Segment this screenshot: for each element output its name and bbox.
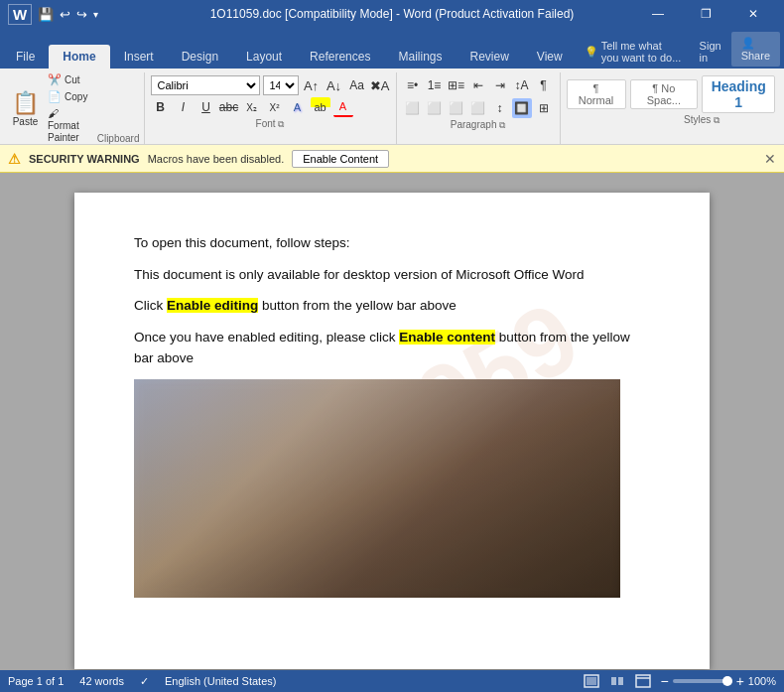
zoom-slider[interactable]	[673, 679, 732, 683]
font-group-label: Font ⧉	[151, 118, 390, 130]
svg-rect-2	[587, 677, 596, 685]
paragraph-1: To open this document, follow steps:	[134, 232, 650, 254]
sort-button[interactable]: ↕A	[512, 75, 532, 95]
zoom-thumb	[722, 676, 732, 686]
share-icon: 👤	[741, 37, 755, 49]
shrink-font-button[interactable]: A↓	[325, 75, 344, 95]
font-color-button[interactable]: A	[333, 97, 353, 117]
spell-check-icon[interactable]: ✓	[140, 675, 149, 688]
svg-rect-0	[134, 379, 620, 598]
tab-view[interactable]: View	[523, 45, 577, 69]
security-label: SECURITY WARNING	[29, 153, 140, 165]
undo-icon[interactable]: ↩	[60, 7, 70, 22]
underline-button[interactable]: U	[196, 97, 216, 117]
show-marks-button[interactable]: ¶	[534, 75, 554, 95]
format-painter-button[interactable]: 🖌 Format Painter	[45, 106, 95, 144]
tab-file[interactable]: File	[2, 45, 49, 69]
document-page: 1O11059 To open this document, follow st…	[74, 193, 710, 669]
dropdown-arrow[interactable]: ▾	[93, 9, 98, 20]
copy-button[interactable]: 📄 Copy	[45, 89, 95, 104]
minimize-button[interactable]: —	[635, 0, 681, 28]
superscript-button[interactable]: X²	[265, 97, 285, 117]
change-case-button[interactable]: Aa	[347, 75, 367, 95]
security-text: Macros have been disabled.	[148, 153, 285, 165]
cut-button[interactable]: ✂️ Cut	[45, 72, 95, 87]
read-view-icon	[609, 674, 625, 688]
tab-layout[interactable]: Layout	[232, 45, 296, 69]
grow-font-button[interactable]: A↑	[302, 75, 322, 95]
style-heading1[interactable]: Heading 1	[702, 75, 775, 113]
zoom-in-button[interactable]: +	[736, 673, 744, 689]
justify-button[interactable]: ⬜	[468, 98, 488, 118]
close-button[interactable]: ✕	[730, 0, 776, 28]
text-effects-button[interactable]: A	[288, 97, 308, 117]
enable-content-button[interactable]: Enable Content	[292, 150, 389, 168]
align-left-button[interactable]: ⬜	[403, 98, 423, 118]
save-icon[interactable]: 💾	[38, 7, 54, 22]
clipboard-group: 📋 Paste ✂️ Cut 📄 Copy 🖌 Format Painter C…	[4, 72, 145, 144]
lightbulb-icon: 💡	[585, 46, 598, 59]
sign-in-button[interactable]: Sign in	[690, 35, 731, 69]
warning-icon: ⚠	[8, 151, 21, 167]
line-spacing-button[interactable]: ↕	[490, 98, 510, 118]
styles-group: ¶ Normal ¶ No Spac... Heading 1 ▲ ▼ ⊞ St…	[561, 72, 785, 144]
align-center-button[interactable]: ⬜	[425, 98, 445, 118]
tab-design[interactable]: Design	[168, 45, 232, 69]
restore-button[interactable]: ❐	[683, 0, 728, 28]
text-highlight-button[interactable]: ab	[311, 97, 330, 117]
paragraph-3-before: Click	[134, 298, 167, 313]
style-no-spacing[interactable]: ¶ No Spac...	[630, 79, 699, 109]
subscript-button[interactable]: X₂	[242, 97, 262, 117]
zoom-bar: − + 100%	[660, 673, 776, 689]
align-right-button[interactable]: ⬜	[447, 98, 466, 118]
word-icon: W	[8, 4, 32, 25]
redo-icon[interactable]: ↪	[76, 7, 87, 22]
tell-me-box[interactable]: 💡 Tell me what you want to do...	[577, 35, 690, 69]
decrease-indent-button[interactable]: ⇤	[468, 75, 488, 95]
title-bar: W 💾 ↩ ↪ ▾ 1O11059.doc [Compatibility Mod…	[0, 0, 784, 28]
borders-button[interactable]: ⊞	[534, 98, 554, 118]
svg-rect-3	[636, 675, 650, 687]
multilevel-button[interactable]: ⊞≡	[447, 75, 466, 95]
share-label: Share	[741, 50, 770, 62]
paste-button[interactable]: 📋 Paste	[8, 72, 43, 144]
font-size-select[interactable]: 14	[263, 75, 299, 95]
style-normal[interactable]: ¶ Normal	[567, 79, 626, 109]
increase-indent-button[interactable]: ⇥	[490, 75, 510, 95]
font-name-select[interactable]: Calibri	[151, 75, 260, 95]
italic-button[interactable]: I	[174, 97, 194, 117]
title-bar-left: W 💾 ↩ ↪ ▾	[8, 4, 98, 25]
strikethrough-button[interactable]: abc	[219, 97, 239, 117]
status-bar-right: − + 100%	[583, 672, 776, 690]
language: English (United States)	[165, 675, 277, 687]
styles-scroll-up[interactable]: ▲	[779, 84, 784, 104]
web-view-icon	[635, 674, 651, 688]
security-close-button[interactable]: ✕	[764, 151, 776, 167]
tab-references[interactable]: References	[296, 45, 384, 69]
print-layout-view-button[interactable]	[583, 672, 600, 690]
paste-icon: 📋	[12, 90, 39, 116]
zoom-level: 100%	[748, 675, 776, 687]
clipboard-right: ✂️ Cut 📄 Copy 🖌 Format Painter	[45, 72, 95, 144]
share-button[interactable]: 👤 Share	[731, 32, 780, 67]
bold-button[interactable]: B	[151, 97, 171, 117]
read-view-button[interactable]	[608, 672, 626, 690]
paragraph-4-before: Once you have enabled editing, please cl…	[134, 330, 399, 345]
tab-insert[interactable]: Insert	[110, 45, 168, 69]
paragraph-2: This document is only available for desk…	[134, 264, 650, 286]
tab-mailings[interactable]: Mailings	[384, 45, 456, 69]
paragraph-group: ≡• 1≡ ⊞≡ ⇤ ⇥ ↕A ¶ ⬜ ⬜ ⬜ ⬜ ↕ 🔲 ⊞ Paragrap…	[397, 72, 561, 144]
paragraph-4: Once you have enabled editing, please cl…	[134, 327, 650, 369]
shading-button[interactable]: 🔲	[512, 98, 532, 118]
image-svg	[134, 379, 620, 598]
zoom-out-button[interactable]: −	[660, 673, 668, 689]
tab-review[interactable]: Review	[456, 45, 522, 69]
title-bar-controls: — ❐ ✕	[635, 0, 776, 28]
numbering-button[interactable]: 1≡	[425, 75, 445, 95]
clear-format-button[interactable]: ✖A	[370, 75, 390, 95]
bullets-button[interactable]: ≡•	[403, 75, 423, 95]
tab-home[interactable]: Home	[49, 45, 109, 69]
tab-bar: File Home Insert Design Layout Reference…	[0, 28, 784, 69]
web-view-button[interactable]	[634, 672, 652, 690]
styles-group-label: Styles ⧉	[567, 114, 785, 126]
